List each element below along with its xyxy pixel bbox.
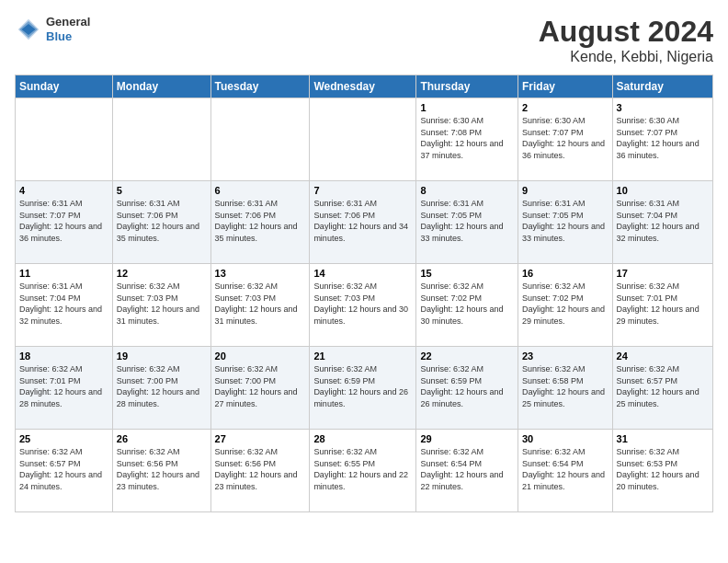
logo: General Blue	[15, 15, 90, 43]
day-number: 21	[313, 350, 412, 362]
calendar-table: SundayMondayTuesdayWednesdayThursdayFrid…	[15, 75, 713, 512]
calendar-cell: 7Sunrise: 6:31 AMSunset: 7:06 PMDaylight…	[310, 181, 416, 264]
day-info: Sunrise: 6:32 AMSunset: 7:02 PMDaylight:…	[420, 281, 514, 327]
day-info: Sunrise: 6:32 AMSunset: 6:57 PMDaylight:…	[19, 446, 108, 492]
day-number: 5	[117, 185, 207, 196]
page-subtitle: Kende, Kebbi, Nigeria	[539, 49, 713, 65]
day-number: 7	[313, 185, 412, 196]
day-info: Sunrise: 6:31 AMSunset: 7:06 PMDaylight:…	[313, 198, 412, 244]
day-number: 18	[19, 350, 108, 362]
week-row-4: 25Sunrise: 6:32 AMSunset: 6:57 PMDayligh…	[16, 430, 713, 512]
day-info: Sunrise: 6:30 AMSunset: 7:07 PMDaylight:…	[617, 115, 709, 161]
header-row: SundayMondayTuesdayWednesdayThursdayFrid…	[16, 75, 713, 98]
day-number: 22	[420, 350, 514, 362]
day-number: 26	[117, 433, 207, 444]
day-info: Sunrise: 6:32 AMSunset: 7:01 PMDaylight:…	[19, 363, 108, 409]
day-info: Sunrise: 6:31 AMSunset: 7:04 PMDaylight:…	[617, 198, 709, 244]
calendar-cell: 8Sunrise: 6:31 AMSunset: 7:05 PMDaylight…	[416, 181, 518, 264]
calendar-cell: 19Sunrise: 6:32 AMSunset: 7:00 PMDayligh…	[112, 347, 210, 430]
calendar-cell: 17Sunrise: 6:32 AMSunset: 7:01 PMDayligh…	[612, 264, 712, 347]
week-row-2: 11Sunrise: 6:31 AMSunset: 7:04 PMDayligh…	[16, 264, 713, 347]
week-row-0: 1Sunrise: 6:30 AMSunset: 7:08 PMDaylight…	[16, 98, 713, 181]
header-monday: Monday	[112, 75, 210, 98]
page-header: General Blue August 2024 Kende, Kebbi, N…	[15, 15, 713, 65]
day-info: Sunrise: 6:30 AMSunset: 7:07 PMDaylight:…	[522, 115, 609, 161]
day-info: Sunrise: 6:32 AMSunset: 6:54 PMDaylight:…	[522, 446, 609, 492]
day-info: Sunrise: 6:32 AMSunset: 6:53 PMDaylight:…	[617, 446, 709, 492]
day-number: 11	[19, 268, 108, 279]
calendar-cell	[310, 98, 416, 181]
calendar-cell: 16Sunrise: 6:32 AMSunset: 7:02 PMDayligh…	[518, 264, 612, 347]
calendar-cell: 6Sunrise: 6:31 AMSunset: 7:06 PMDaylight…	[210, 181, 310, 264]
header-tuesday: Tuesday	[210, 75, 310, 98]
logo-text: General Blue	[46, 15, 90, 43]
day-info: Sunrise: 6:31 AMSunset: 7:05 PMDaylight:…	[420, 198, 514, 244]
day-info: Sunrise: 6:32 AMSunset: 7:03 PMDaylight:…	[215, 281, 306, 327]
title-block: August 2024 Kende, Kebbi, Nigeria	[539, 15, 713, 65]
header-saturday: Saturday	[612, 75, 712, 98]
day-number: 3	[617, 102, 709, 113]
calendar-cell: 13Sunrise: 6:32 AMSunset: 7:03 PMDayligh…	[210, 264, 310, 347]
calendar-cell: 29Sunrise: 6:32 AMSunset: 6:54 PMDayligh…	[416, 430, 518, 512]
day-number: 2	[522, 102, 609, 113]
calendar-cell: 31Sunrise: 6:32 AMSunset: 6:53 PMDayligh…	[612, 430, 712, 512]
week-row-1: 4Sunrise: 6:31 AMSunset: 7:07 PMDaylight…	[16, 181, 713, 264]
day-number: 27	[215, 433, 306, 444]
calendar-cell	[16, 98, 113, 181]
calendar-cell	[210, 98, 310, 181]
day-number: 6	[215, 185, 306, 196]
calendar-cell: 21Sunrise: 6:32 AMSunset: 6:59 PMDayligh…	[310, 347, 416, 430]
calendar-body: 1Sunrise: 6:30 AMSunset: 7:08 PMDaylight…	[16, 98, 713, 512]
day-info: Sunrise: 6:32 AMSunset: 7:02 PMDaylight:…	[522, 281, 609, 327]
day-number: 1	[420, 102, 514, 113]
day-info: Sunrise: 6:32 AMSunset: 7:00 PMDaylight:…	[117, 363, 207, 409]
day-number: 24	[617, 350, 709, 362]
calendar-cell: 20Sunrise: 6:32 AMSunset: 7:00 PMDayligh…	[210, 347, 310, 430]
week-row-3: 18Sunrise: 6:32 AMSunset: 7:01 PMDayligh…	[16, 347, 713, 430]
calendar-cell: 27Sunrise: 6:32 AMSunset: 6:56 PMDayligh…	[210, 430, 310, 512]
day-info: Sunrise: 6:32 AMSunset: 6:55 PMDaylight:…	[313, 446, 412, 492]
header-wednesday: Wednesday	[310, 75, 416, 98]
day-number: 12	[117, 268, 207, 279]
day-info: Sunrise: 6:32 AMSunset: 7:03 PMDaylight:…	[117, 281, 207, 327]
day-info: Sunrise: 6:32 AMSunset: 7:01 PMDaylight:…	[617, 281, 709, 327]
calendar-cell: 18Sunrise: 6:32 AMSunset: 7:01 PMDayligh…	[16, 347, 113, 430]
day-number: 10	[617, 185, 709, 196]
calendar-cell: 1Sunrise: 6:30 AMSunset: 7:08 PMDaylight…	[416, 98, 518, 181]
header-sunday: Sunday	[16, 75, 113, 98]
header-thursday: Thursday	[416, 75, 518, 98]
calendar-cell: 2Sunrise: 6:30 AMSunset: 7:07 PMDaylight…	[518, 98, 612, 181]
day-number: 29	[420, 433, 514, 444]
day-info: Sunrise: 6:32 AMSunset: 6:57 PMDaylight:…	[617, 363, 709, 409]
day-info: Sunrise: 6:32 AMSunset: 6:58 PMDaylight:…	[522, 363, 609, 409]
day-info: Sunrise: 6:31 AMSunset: 7:04 PMDaylight:…	[19, 281, 108, 327]
calendar-cell	[112, 98, 210, 181]
day-number: 15	[420, 268, 514, 279]
day-number: 23	[522, 350, 609, 362]
day-info: Sunrise: 6:32 AMSunset: 6:56 PMDaylight:…	[117, 446, 207, 492]
day-number: 30	[522, 433, 609, 444]
calendar-cell: 11Sunrise: 6:31 AMSunset: 7:04 PMDayligh…	[16, 264, 113, 347]
day-number: 16	[522, 268, 609, 279]
logo-blue: Blue	[46, 29, 90, 44]
day-info: Sunrise: 6:32 AMSunset: 7:03 PMDaylight:…	[313, 281, 412, 327]
calendar-cell: 3Sunrise: 6:30 AMSunset: 7:07 PMDaylight…	[612, 98, 712, 181]
day-number: 20	[215, 350, 306, 362]
day-info: Sunrise: 6:32 AMSunset: 7:00 PMDaylight:…	[215, 363, 306, 409]
calendar-cell: 12Sunrise: 6:32 AMSunset: 7:03 PMDayligh…	[112, 264, 210, 347]
calendar-cell: 25Sunrise: 6:32 AMSunset: 6:57 PMDayligh…	[16, 430, 113, 512]
day-number: 31	[617, 433, 709, 444]
day-number: 17	[617, 268, 709, 279]
day-number: 8	[420, 185, 514, 196]
day-number: 28	[313, 433, 412, 444]
calendar-cell: 30Sunrise: 6:32 AMSunset: 6:54 PMDayligh…	[518, 430, 612, 512]
day-info: Sunrise: 6:32 AMSunset: 6:56 PMDaylight:…	[215, 446, 306, 492]
calendar-cell: 10Sunrise: 6:31 AMSunset: 7:04 PMDayligh…	[612, 181, 712, 264]
day-number: 19	[117, 350, 207, 362]
day-info: Sunrise: 6:32 AMSunset: 6:54 PMDaylight:…	[420, 446, 514, 492]
day-number: 25	[19, 433, 108, 444]
day-info: Sunrise: 6:31 AMSunset: 7:05 PMDaylight:…	[522, 198, 609, 244]
header-friday: Friday	[518, 75, 612, 98]
day-number: 9	[522, 185, 609, 196]
day-info: Sunrise: 6:32 AMSunset: 6:59 PMDaylight:…	[420, 363, 514, 409]
